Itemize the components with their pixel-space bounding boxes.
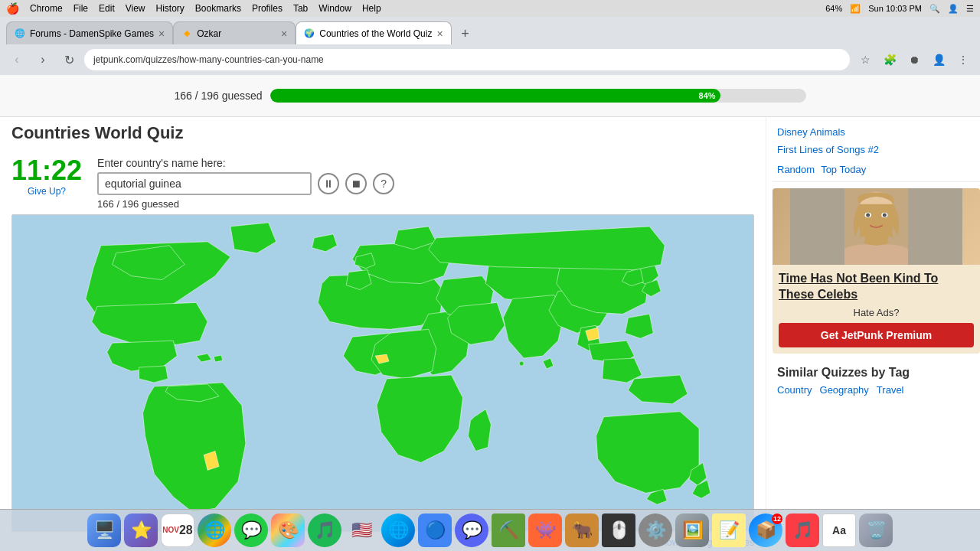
progress-bar-outer: 84%: [270, 89, 806, 103]
dock-trash[interactable]: 🗑️: [859, 514, 893, 547]
dock-image[interactable]: 🖼️: [675, 514, 709, 547]
menu-history[interactable]: History: [156, 3, 185, 14]
dock-launchpad[interactable]: ⭐: [124, 514, 158, 547]
dock-spotify[interactable]: 🎵: [308, 514, 341, 547]
menu-bookmarks[interactable]: Bookmarks: [195, 3, 241, 14]
give-up-button[interactable]: Give Up?: [28, 186, 66, 197]
top-today-button[interactable]: Top Today: [821, 164, 866, 175]
tab-close-1[interactable]: ×: [158, 28, 165, 40]
chrome-menu-icon[interactable]: ⋮: [952, 49, 974, 70]
ad-text-block: Time Has Not Been Kind To These Celebs H…: [773, 265, 980, 354]
similar-quizzes-title: Similar Quizzes by Tag: [777, 366, 975, 380]
dock-photos[interactable]: 🎨: [271, 514, 305, 547]
main-content: Countries World Quiz 11:22 Give Up? Ente…: [0, 117, 766, 551]
menu-tab[interactable]: Tab: [293, 3, 308, 14]
tag-country[interactable]: Country: [777, 384, 812, 396]
tab-close-3[interactable]: ×: [436, 28, 443, 40]
sidebar: Disney Animals First Lines of Songs #2 R…: [766, 117, 980, 551]
timer-section: 11:22 Give Up?: [11, 157, 82, 197]
country-input[interactable]: [97, 172, 312, 195]
menu-file[interactable]: File: [74, 3, 88, 14]
appstore-badge: 12: [772, 514, 782, 524]
dock-cursor[interactable]: 🖱️: [602, 514, 635, 547]
dock-messages[interactable]: 💬: [234, 514, 268, 547]
address-input[interactable]: [84, 49, 850, 70]
dock-dictionary[interactable]: Aa: [822, 514, 856, 547]
dock-flag[interactable]: 🇺🇸: [345, 514, 378, 547]
tab-title-2: Ozkar: [197, 28, 276, 39]
menu-extras[interactable]: ☰: [966, 4, 974, 14]
dock-music[interactable]: 🎵: [786, 514, 819, 547]
premium-button[interactable]: Get JetPunk Premium: [779, 323, 974, 347]
ad-person-image: [773, 188, 980, 265]
chrome-window: 🌐 Forums - DamenSpike Games × ◆ Ozkar × …: [0, 17, 980, 75]
quiz-controls: 11:22 Give Up? Enter country's name here…: [11, 152, 754, 214]
extension-icon[interactable]: 🧩: [879, 49, 900, 70]
random-quiz-button[interactable]: Random: [777, 164, 815, 175]
siri-icon[interactable]: 👤: [948, 4, 959, 14]
menubar-left: 🍎 Chrome File Edit View History Bookmark…: [6, 2, 381, 15]
bookmark-icon[interactable]: ☆: [854, 49, 876, 70]
tab-title-3: Countries of the World Quiz: [319, 28, 432, 39]
progress-bar-inner: 84%: [270, 89, 720, 103]
svg-point-9: [866, 213, 870, 217]
menubar-right: 64% 📶 Sun 10:03 PM 🔍 👤 ☰: [825, 4, 974, 14]
menu-edit[interactable]: Edit: [99, 3, 115, 14]
svg-rect-11: [790, 188, 844, 265]
input-row: ⏸ ⏹ ?: [97, 172, 754, 195]
dock-game2[interactable]: 🐂: [565, 514, 599, 547]
progress-bar-text: 84%: [699, 91, 716, 100]
tab-close-2[interactable]: ×: [281, 28, 287, 40]
apple-menu[interactable]: 🍎: [6, 2, 19, 15]
svg-point-1: [519, 361, 524, 366]
stop-button[interactable]: ⏹: [345, 173, 367, 194]
search-icon[interactable]: 🔍: [929, 4, 940, 14]
back-button[interactable]: ‹: [6, 49, 28, 70]
tab-ozkar[interactable]: ◆ Ozkar ×: [173, 21, 296, 44]
dock-discord[interactable]: 💬: [455, 514, 488, 547]
help-button[interactable]: ?: [373, 173, 394, 194]
sidebar-link-songs[interactable]: First Lines of Songs #2: [777, 141, 975, 158]
reload-button[interactable]: ↻: [58, 49, 80, 70]
ad-image: [773, 188, 980, 265]
dock: 🖥️ ⭐ NOV 28 🌐 💬 🎨 🎵 🇺🇸 🌐 🔵 💬 ⛏️ 👾 🐂 🖱️ ⚙…: [0, 509, 980, 551]
tag-geography[interactable]: Geography: [820, 384, 869, 396]
tab-favicon-2: ◆: [181, 28, 192, 39]
progress-text: 166 / 196 guessed: [97, 198, 754, 210]
dock-minecraft[interactable]: ⛏️: [492, 514, 525, 547]
wifi-status: 📶: [850, 4, 861, 14]
map-container: [11, 214, 754, 532]
dock-finder[interactable]: 🖥️: [87, 514, 121, 547]
tab-forums[interactable]: 🌐 Forums - DamenSpike Games ×: [6, 21, 173, 44]
forward-button[interactable]: ›: [32, 49, 54, 70]
sidebar-link-disney[interactable]: Disney Animals: [777, 123, 975, 141]
tag-links: Country Geography Travel: [777, 384, 975, 396]
tag-travel[interactable]: Travel: [877, 384, 904, 396]
dock-game1[interactable]: 👾: [528, 514, 562, 547]
menu-chrome[interactable]: Chrome: [30, 3, 63, 14]
record-icon[interactable]: ⏺: [903, 49, 925, 70]
menu-help[interactable]: Help: [362, 3, 381, 14]
profile-icon[interactable]: 👤: [928, 49, 949, 70]
input-label: Enter country's name here:: [97, 157, 754, 169]
dock-settings[interactable]: ⚙️: [639, 514, 672, 547]
dock-appstore[interactable]: 📦 12: [749, 514, 782, 547]
pause-button[interactable]: ⏸: [318, 173, 339, 194]
menu-window[interactable]: Window: [318, 3, 351, 14]
new-tab-button[interactable]: +: [455, 23, 476, 44]
sidebar-quiz-links: Disney Animals First Lines of Songs #2 R…: [773, 117, 980, 182]
dock-chrome2[interactable]: 🔵: [418, 514, 452, 547]
quiz-header: Countries World Quiz: [11, 117, 754, 152]
dock-chrome[interactable]: 🌐: [198, 514, 231, 547]
ad-hate-text: Hate Ads?: [779, 307, 974, 318]
tab-quiz[interactable]: 🌍 Countries of the World Quiz ×: [296, 21, 451, 44]
dock-notes[interactable]: 📝: [712, 514, 746, 547]
ad-headline[interactable]: Time Has Not Been Kind To These Celebs: [779, 271, 974, 303]
dock-browser2[interactable]: 🌐: [381, 514, 415, 547]
dock-calendar[interactable]: NOV 28: [161, 514, 194, 547]
menubar: 🍎 Chrome File Edit View History Bookmark…: [0, 0, 980, 17]
tab-bar: 🌐 Forums - DamenSpike Games × ◆ Ozkar × …: [0, 17, 980, 44]
score-label: 166 / 196 guessed: [174, 90, 262, 102]
menu-profiles[interactable]: Profiles: [252, 3, 283, 14]
menu-view[interactable]: View: [126, 3, 145, 14]
